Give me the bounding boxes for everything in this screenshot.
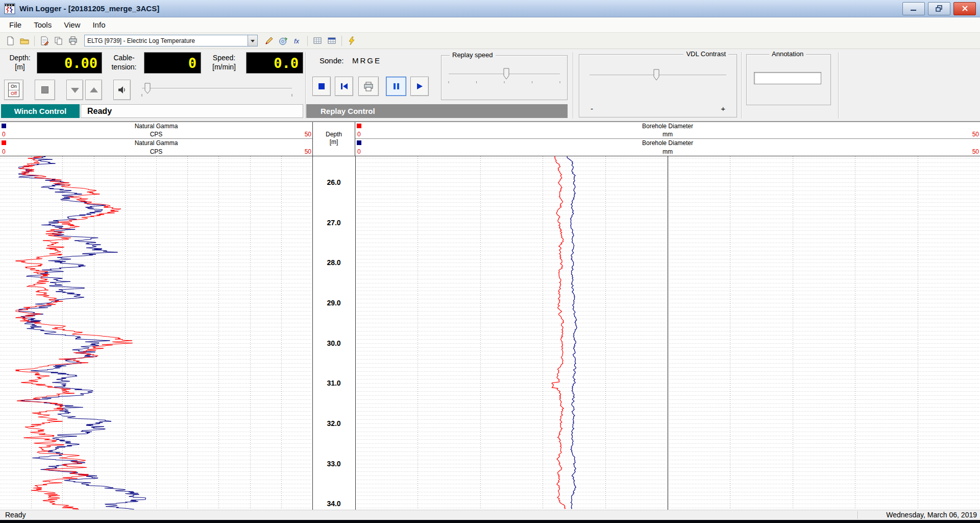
left-track-header: Natural Gamma CPS 0 50 Natural Gamma CPS… — [0, 122, 312, 156]
copy-icon — [54, 36, 63, 45]
app-window: Win Logger - [20181205_merge_3ACS] File … — [0, 0, 980, 523]
combo-dropdown-button[interactable] — [248, 35, 257, 46]
panel-separator — [741, 52, 742, 118]
replay-rewind-button[interactable] — [335, 77, 353, 96]
channel-title: Borehole Diameter — [355, 139, 980, 147]
replay-speed-group: Replay speed — [441, 55, 568, 100]
panel-separator — [838, 52, 839, 118]
speaker-icon — [117, 85, 127, 94]
function-button[interactable]: fx — [291, 34, 304, 47]
statusbar: Ready Wednesday, March 06, 2019 — [0, 510, 980, 520]
realtime-button[interactable] — [345, 34, 358, 47]
winch-stop-button[interactable] — [35, 80, 55, 100]
new-button[interactable] — [4, 34, 17, 47]
replay-data-button[interactable] — [277, 34, 290, 47]
stop-icon — [317, 82, 326, 91]
replay-speed-group-label: Replay speed — [450, 51, 496, 59]
replay-speed-slider[interactable] — [446, 66, 563, 91]
vdl-contrast-group: VDL Contrast - + — [579, 54, 737, 117]
depth-log-chart: 26.027.028.029.030.031.032.033.034.0 — [0, 156, 980, 510]
depth-display: 0.00 — [37, 52, 102, 74]
vdl-contrast-group-label: VDL Contrast — [683, 50, 728, 58]
grid-view-button[interactable] — [311, 34, 324, 47]
status-text: Ready — [5, 511, 26, 519]
tool-selector-value: ELTG [9739] - Electric Log Temperature — [85, 37, 248, 44]
stop-icon — [41, 86, 48, 93]
vdl-minus-label: - — [591, 104, 593, 113]
scale-min: 0 — [2, 148, 6, 155]
minimize-icon — [910, 6, 917, 12]
menu-item-tools[interactable]: Tools — [28, 17, 58, 32]
print-icon — [68, 36, 78, 45]
restore-button[interactable] — [928, 2, 950, 15]
skip-start-icon — [339, 82, 349, 91]
toolbar-separator — [307, 36, 308, 46]
copy-button[interactable] — [52, 34, 65, 47]
sonde-row: Sonde: MRGE — [320, 56, 381, 65]
replay-control-label: Replay Control — [306, 104, 568, 118]
power-onoff-button[interactable]: OnOff — [4, 80, 23, 100]
scale-min: 0 — [2, 131, 6, 138]
winch-up-button[interactable] — [85, 80, 102, 100]
winch-status: Ready — [81, 104, 303, 118]
replay-disk-icon — [279, 36, 288, 45]
restore-icon — [936, 5, 943, 12]
cable-tension-label: Cable-tension: — [105, 53, 143, 72]
svg-text:fx: fx — [294, 37, 300, 45]
replay-pause-button[interactable] — [386, 77, 406, 96]
down-arrow-icon — [71, 88, 79, 97]
scale-max: 50 — [972, 148, 979, 155]
winch-down-button[interactable] — [66, 80, 83, 100]
replay-stop-button[interactable] — [312, 77, 331, 96]
status-separator — [857, 511, 859, 519]
pen-tool-button[interactable] — [262, 34, 276, 47]
chevron-down-icon — [251, 40, 255, 44]
table-view-button[interactable] — [325, 34, 338, 47]
play-icon — [415, 82, 424, 91]
svg-text:34.0: 34.0 — [327, 500, 340, 508]
toolbar: ELTG [9739] - Electric Log Temperature f… — [0, 33, 980, 49]
cable-tension-display: 0 — [144, 52, 201, 74]
tool-selector-combo[interactable]: ELTG [9739] - Electric Log Temperature — [84, 35, 258, 46]
channel-unit: mm — [355, 131, 980, 138]
channel-unit: CPS — [0, 148, 312, 155]
replay-print-button[interactable] — [358, 77, 379, 96]
app-icon — [4, 3, 15, 14]
menu-item-file[interactable]: File — [3, 17, 28, 32]
scale-max: 50 — [972, 131, 979, 138]
slider-thumb — [504, 68, 509, 79]
grid-icon — [313, 36, 322, 45]
speed-label: Speed:[m/min] — [204, 53, 244, 72]
speed-display: 0.0 — [246, 52, 303, 74]
replay-play-button[interactable] — [410, 77, 429, 96]
vdl-contrast-slider[interactable] — [586, 66, 729, 91]
close-button[interactable] — [953, 2, 976, 15]
print-button[interactable] — [66, 34, 80, 47]
edit-log-button[interactable] — [38, 34, 51, 47]
toolbar-separator — [34, 36, 35, 46]
menu-item-view[interactable]: View — [58, 17, 86, 32]
new-document-icon — [6, 36, 15, 45]
up-arrow-icon — [90, 83, 98, 92]
table-icon — [327, 36, 336, 45]
window-title: Win Logger - [20181205_merge_3ACS] — [19, 4, 902, 13]
scale-min: 0 — [357, 131, 361, 138]
menu-item-info[interactable]: Info — [86, 17, 111, 32]
function-icon: fx — [293, 36, 302, 45]
open-button[interactable] — [18, 34, 31, 47]
bottom-edge — [0, 520, 980, 523]
toolbar-separator — [341, 36, 342, 46]
svg-text:28.0: 28.0 — [327, 258, 340, 267]
svg-text:29.0: 29.0 — [327, 299, 340, 307]
winch-speed-slider[interactable] — [139, 80, 295, 100]
svg-text:30.0: 30.0 — [327, 339, 340, 347]
right-track-header: Borehole Diameter mm 0 50 Borehole Diame… — [355, 122, 980, 156]
svg-text:31.0: 31.0 — [327, 379, 340, 387]
sonde-label: Sonde: — [320, 56, 344, 65]
svg-text:27.0: 27.0 — [327, 219, 340, 227]
annotation-input[interactable] — [754, 72, 821, 84]
minimize-button[interactable] — [902, 2, 925, 15]
sound-button[interactable] — [113, 80, 131, 100]
onoff-icon: OnOff — [8, 83, 19, 97]
annotation-group-label: Annotation — [769, 50, 806, 58]
